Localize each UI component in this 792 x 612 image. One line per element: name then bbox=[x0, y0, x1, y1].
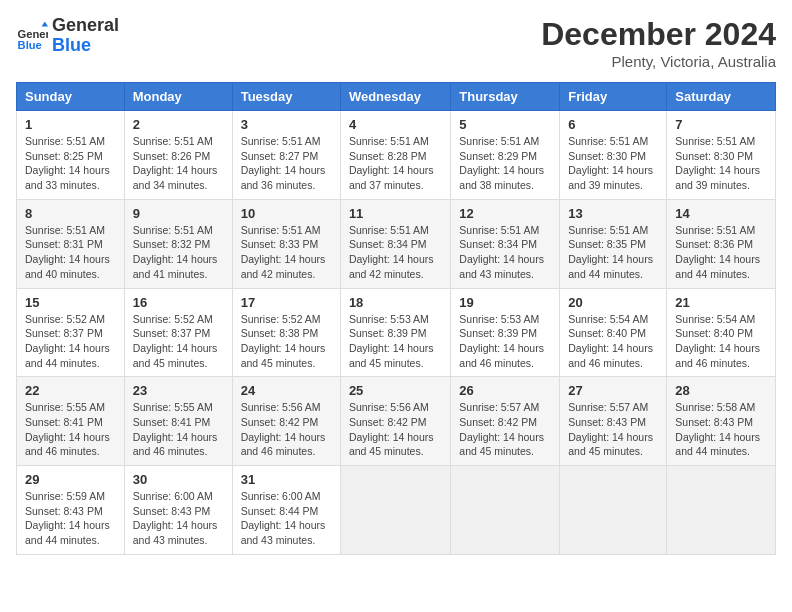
calendar-day: 31 Sunrise: 6:00 AM Sunset: 8:44 PM Dayl… bbox=[232, 466, 340, 555]
day-info: Sunrise: 6:00 AM Sunset: 8:44 PM Dayligh… bbox=[241, 489, 332, 548]
day-number: 3 bbox=[241, 117, 332, 132]
day-number: 14 bbox=[675, 206, 767, 221]
calendar-day: 5 Sunrise: 5:51 AM Sunset: 8:29 PM Dayli… bbox=[451, 111, 560, 200]
day-number: 24 bbox=[241, 383, 332, 398]
col-sunday: Sunday bbox=[17, 83, 125, 111]
day-info: Sunrise: 5:52 AM Sunset: 8:38 PM Dayligh… bbox=[241, 312, 332, 371]
day-info: Sunrise: 5:59 AM Sunset: 8:43 PM Dayligh… bbox=[25, 489, 116, 548]
day-info: Sunrise: 5:51 AM Sunset: 8:32 PM Dayligh… bbox=[133, 223, 224, 282]
page-title: December 2024 bbox=[541, 16, 776, 53]
col-saturday: Saturday bbox=[667, 83, 776, 111]
col-friday: Friday bbox=[560, 83, 667, 111]
calendar-day: 23 Sunrise: 5:55 AM Sunset: 8:41 PM Dayl… bbox=[124, 377, 232, 466]
calendar-day: 28 Sunrise: 5:58 AM Sunset: 8:43 PM Dayl… bbox=[667, 377, 776, 466]
calendar-header-row: Sunday Monday Tuesday Wednesday Thursday… bbox=[17, 83, 776, 111]
day-info: Sunrise: 5:52 AM Sunset: 8:37 PM Dayligh… bbox=[133, 312, 224, 371]
svg-text:Blue: Blue bbox=[18, 39, 42, 51]
logo-icon: General Blue bbox=[16, 20, 48, 52]
day-number: 20 bbox=[568, 295, 658, 310]
day-number: 25 bbox=[349, 383, 442, 398]
calendar-day: 4 Sunrise: 5:51 AM Sunset: 8:28 PM Dayli… bbox=[340, 111, 450, 200]
day-info: Sunrise: 5:51 AM Sunset: 8:27 PM Dayligh… bbox=[241, 134, 332, 193]
calendar-day: 19 Sunrise: 5:53 AM Sunset: 8:39 PM Dayl… bbox=[451, 288, 560, 377]
calendar-day: 3 Sunrise: 5:51 AM Sunset: 8:27 PM Dayli… bbox=[232, 111, 340, 200]
day-info: Sunrise: 5:53 AM Sunset: 8:39 PM Dayligh… bbox=[459, 312, 551, 371]
calendar-day: 2 Sunrise: 5:51 AM Sunset: 8:26 PM Dayli… bbox=[124, 111, 232, 200]
day-number: 4 bbox=[349, 117, 442, 132]
day-number: 12 bbox=[459, 206, 551, 221]
day-info: Sunrise: 5:51 AM Sunset: 8:34 PM Dayligh… bbox=[459, 223, 551, 282]
day-number: 18 bbox=[349, 295, 442, 310]
calendar-day: 10 Sunrise: 5:51 AM Sunset: 8:33 PM Dayl… bbox=[232, 199, 340, 288]
col-monday: Monday bbox=[124, 83, 232, 111]
day-number: 7 bbox=[675, 117, 767, 132]
calendar-day: 29 Sunrise: 5:59 AM Sunset: 8:43 PM Dayl… bbox=[17, 466, 125, 555]
calendar-day: 9 Sunrise: 5:51 AM Sunset: 8:32 PM Dayli… bbox=[124, 199, 232, 288]
calendar-week-row: 1 Sunrise: 5:51 AM Sunset: 8:25 PM Dayli… bbox=[17, 111, 776, 200]
day-number: 17 bbox=[241, 295, 332, 310]
calendar-day: 13 Sunrise: 5:51 AM Sunset: 8:35 PM Dayl… bbox=[560, 199, 667, 288]
day-info: Sunrise: 5:56 AM Sunset: 8:42 PM Dayligh… bbox=[349, 400, 442, 459]
calendar-day: 15 Sunrise: 5:52 AM Sunset: 8:37 PM Dayl… bbox=[17, 288, 125, 377]
day-number: 27 bbox=[568, 383, 658, 398]
calendar-day bbox=[560, 466, 667, 555]
calendar-day: 26 Sunrise: 5:57 AM Sunset: 8:42 PM Dayl… bbox=[451, 377, 560, 466]
day-number: 30 bbox=[133, 472, 224, 487]
day-info: Sunrise: 5:53 AM Sunset: 8:39 PM Dayligh… bbox=[349, 312, 442, 371]
day-number: 8 bbox=[25, 206, 116, 221]
day-info: Sunrise: 5:51 AM Sunset: 8:34 PM Dayligh… bbox=[349, 223, 442, 282]
calendar-day: 11 Sunrise: 5:51 AM Sunset: 8:34 PM Dayl… bbox=[340, 199, 450, 288]
title-block: December 2024 Plenty, Victoria, Australi… bbox=[541, 16, 776, 70]
calendar-day: 25 Sunrise: 5:56 AM Sunset: 8:42 PM Dayl… bbox=[340, 377, 450, 466]
day-info: Sunrise: 5:51 AM Sunset: 8:35 PM Dayligh… bbox=[568, 223, 658, 282]
day-number: 5 bbox=[459, 117, 551, 132]
calendar-day: 6 Sunrise: 5:51 AM Sunset: 8:30 PM Dayli… bbox=[560, 111, 667, 200]
day-info: Sunrise: 5:55 AM Sunset: 8:41 PM Dayligh… bbox=[133, 400, 224, 459]
day-number: 6 bbox=[568, 117, 658, 132]
day-info: Sunrise: 5:51 AM Sunset: 8:26 PM Dayligh… bbox=[133, 134, 224, 193]
day-number: 26 bbox=[459, 383, 551, 398]
calendar-day: 18 Sunrise: 5:53 AM Sunset: 8:39 PM Dayl… bbox=[340, 288, 450, 377]
day-info: Sunrise: 5:51 AM Sunset: 8:36 PM Dayligh… bbox=[675, 223, 767, 282]
day-info: Sunrise: 5:51 AM Sunset: 8:30 PM Dayligh… bbox=[568, 134, 658, 193]
day-info: Sunrise: 5:56 AM Sunset: 8:42 PM Dayligh… bbox=[241, 400, 332, 459]
day-info: Sunrise: 5:51 AM Sunset: 8:25 PM Dayligh… bbox=[25, 134, 116, 193]
calendar-day: 7 Sunrise: 5:51 AM Sunset: 8:30 PM Dayli… bbox=[667, 111, 776, 200]
calendar-week-row: 8 Sunrise: 5:51 AM Sunset: 8:31 PM Dayli… bbox=[17, 199, 776, 288]
calendar-day: 22 Sunrise: 5:55 AM Sunset: 8:41 PM Dayl… bbox=[17, 377, 125, 466]
day-info: Sunrise: 5:51 AM Sunset: 8:33 PM Dayligh… bbox=[241, 223, 332, 282]
calendar-day: 20 Sunrise: 5:54 AM Sunset: 8:40 PM Dayl… bbox=[560, 288, 667, 377]
day-number: 11 bbox=[349, 206, 442, 221]
day-number: 21 bbox=[675, 295, 767, 310]
col-wednesday: Wednesday bbox=[340, 83, 450, 111]
calendar-day: 12 Sunrise: 5:51 AM Sunset: 8:34 PM Dayl… bbox=[451, 199, 560, 288]
calendar-day bbox=[451, 466, 560, 555]
calendar-day: 30 Sunrise: 6:00 AM Sunset: 8:43 PM Dayl… bbox=[124, 466, 232, 555]
page-header: General Blue General Blue December 2024 … bbox=[16, 16, 776, 70]
calendar-day: 16 Sunrise: 5:52 AM Sunset: 8:37 PM Dayl… bbox=[124, 288, 232, 377]
calendar-day: 8 Sunrise: 5:51 AM Sunset: 8:31 PM Dayli… bbox=[17, 199, 125, 288]
day-number: 13 bbox=[568, 206, 658, 221]
calendar-day: 17 Sunrise: 5:52 AM Sunset: 8:38 PM Dayl… bbox=[232, 288, 340, 377]
day-number: 2 bbox=[133, 117, 224, 132]
page-subtitle: Plenty, Victoria, Australia bbox=[541, 53, 776, 70]
day-number: 19 bbox=[459, 295, 551, 310]
day-info: Sunrise: 5:51 AM Sunset: 8:29 PM Dayligh… bbox=[459, 134, 551, 193]
day-info: Sunrise: 5:58 AM Sunset: 8:43 PM Dayligh… bbox=[675, 400, 767, 459]
day-info: Sunrise: 5:54 AM Sunset: 8:40 PM Dayligh… bbox=[568, 312, 658, 371]
day-number: 10 bbox=[241, 206, 332, 221]
logo: General Blue General Blue bbox=[16, 16, 119, 56]
day-info: Sunrise: 6:00 AM Sunset: 8:43 PM Dayligh… bbox=[133, 489, 224, 548]
col-tuesday: Tuesday bbox=[232, 83, 340, 111]
day-number: 22 bbox=[25, 383, 116, 398]
calendar-day: 14 Sunrise: 5:51 AM Sunset: 8:36 PM Dayl… bbox=[667, 199, 776, 288]
day-info: Sunrise: 5:54 AM Sunset: 8:40 PM Dayligh… bbox=[675, 312, 767, 371]
calendar-day bbox=[667, 466, 776, 555]
day-number: 29 bbox=[25, 472, 116, 487]
svg-marker-2 bbox=[42, 21, 48, 26]
day-number: 28 bbox=[675, 383, 767, 398]
calendar-week-row: 29 Sunrise: 5:59 AM Sunset: 8:43 PM Dayl… bbox=[17, 466, 776, 555]
calendar-week-row: 22 Sunrise: 5:55 AM Sunset: 8:41 PM Dayl… bbox=[17, 377, 776, 466]
calendar-week-row: 15 Sunrise: 5:52 AM Sunset: 8:37 PM Dayl… bbox=[17, 288, 776, 377]
day-number: 1 bbox=[25, 117, 116, 132]
